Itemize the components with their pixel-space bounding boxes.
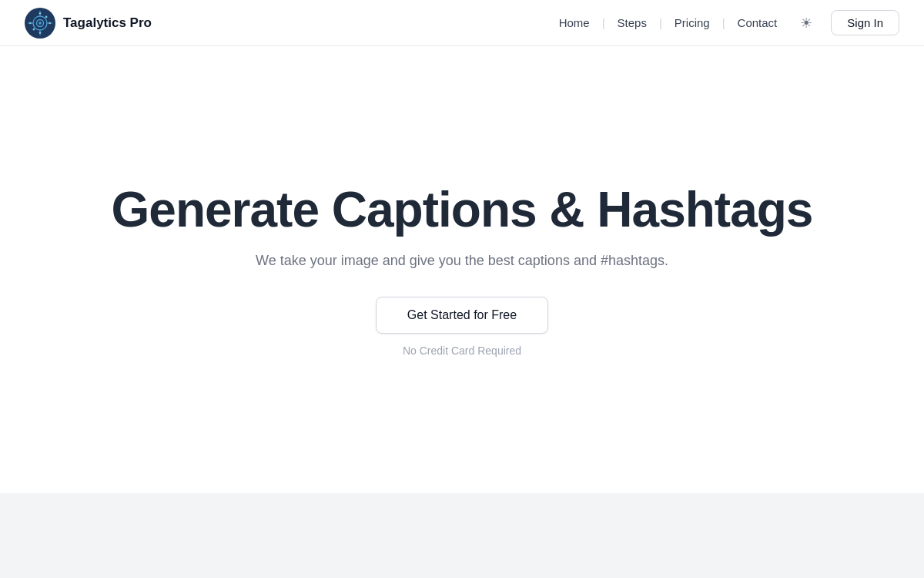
hero-title: Generate Captions & Hashtags — [112, 183, 813, 237]
sign-in-button[interactable]: Sign In — [831, 10, 899, 35]
navbar-nav: Home | Steps | Pricing | Contact ☀ Sign … — [551, 9, 899, 37]
svg-point-9 — [49, 22, 51, 24]
nav-link-home[interactable]: Home — [551, 12, 598, 34]
svg-point-3 — [38, 22, 42, 25]
nav-link-pricing[interactable]: Pricing — [667, 12, 718, 34]
nav-separator-3: | — [722, 16, 725, 29]
cta-button[interactable]: Get Started for Free — [376, 297, 548, 334]
brand-logo — [25, 8, 55, 39]
brand-logo-link[interactable]: Tagalytics Pro — [25, 8, 152, 39]
nav-item-steps: Steps — [610, 12, 654, 34]
hero-subtitle: We take your image and give you the best… — [256, 253, 668, 269]
nav-item-contact: Contact — [730, 12, 785, 34]
svg-point-13 — [33, 28, 35, 30]
svg-point-8 — [39, 12, 42, 15]
theme-toggle-button[interactable]: ☀ — [792, 9, 820, 37]
nav-link-steps[interactable]: Steps — [610, 12, 654, 34]
nav-item-home: Home — [551, 12, 598, 34]
nav-separator-1: | — [602, 16, 605, 29]
nav-link-contact[interactable]: Contact — [730, 12, 785, 34]
nav-item-pricing: Pricing — [667, 12, 718, 34]
nav-separator-2: | — [659, 16, 662, 29]
svg-point-12 — [45, 15, 48, 18]
cta-note: No Credit Card Required — [403, 344, 521, 357]
footer-band — [0, 493, 924, 578]
brand-name: Tagalytics Pro — [63, 15, 152, 31]
svg-point-11 — [29, 22, 32, 24]
navbar: Tagalytics Pro Home | Steps | Pricing | … — [0, 0, 924, 46]
sun-icon: ☀ — [800, 15, 812, 32]
svg-point-10 — [39, 32, 42, 34]
hero-section: Generate Captions & Hashtags We take you… — [0, 46, 924, 493]
